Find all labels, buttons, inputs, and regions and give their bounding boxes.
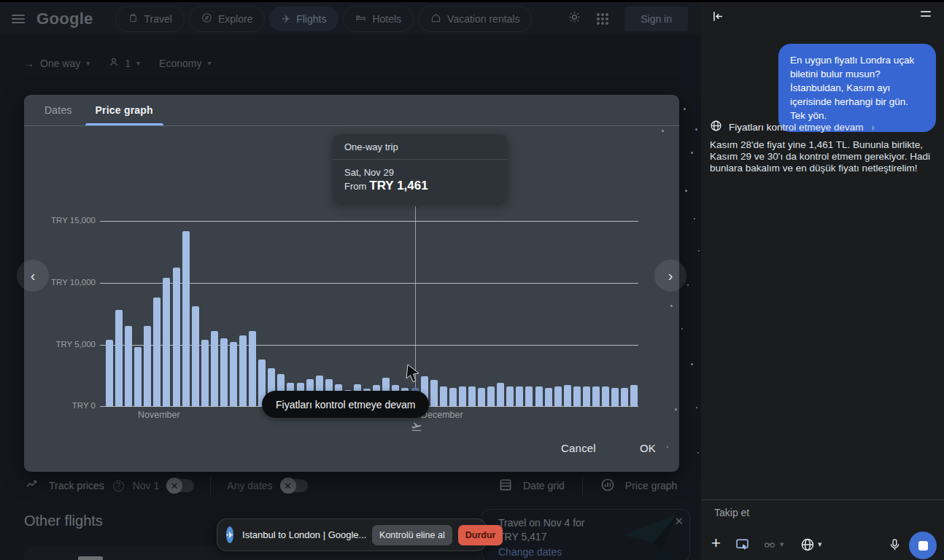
price-bar[interactable] [583,386,590,406]
glasses-icon[interactable] [762,537,777,553]
price-bar[interactable] [535,386,543,406]
tab-dates[interactable]: Dates [33,95,84,125]
collapse-panel-icon[interactable] [711,9,725,26]
month-label-november: November [138,410,180,420]
dialog-tabs: Dates Price graph [24,95,679,126]
price-bar[interactable] [173,268,180,406]
divider [701,499,944,500]
price-bar[interactable] [115,310,123,406]
price-bar[interactable] [153,298,160,406]
sparkle-dot [694,218,695,219]
tooltip-date: Sat, Nov 29 [344,166,496,179]
price-bar[interactable] [554,386,562,406]
price-bar[interactable] [621,388,628,406]
tooltip-price-line: FromTRY 1,461 [344,179,496,193]
price-bar[interactable] [230,342,237,406]
price-bar[interactable] [630,385,638,406]
composer-toolbar: + ▾ ▾ [701,532,944,560]
price-bar[interactable] [506,386,514,406]
sparkle-dot [691,363,693,365]
mouse-cursor-icon [405,364,422,386]
agent-action-pill: Fiyatları kontrol etmeye devam [262,391,429,418]
sparkle-dot [695,128,697,131]
price-bar[interactable] [192,306,199,406]
tooltip-price: TRY 1,461 [369,179,427,192]
price-bar[interactable] [163,278,170,406]
price-bar[interactable] [478,388,485,406]
price-bar[interactable] [516,386,523,406]
sparkle-dot [681,328,683,330]
price-bar[interactable] [564,385,571,406]
price-tooltip: One-way trip Sat, Nov 29 FromTRY 1,461 [333,134,508,203]
price-bars [106,221,638,406]
price-bar[interactable] [249,331,256,406]
price-bar[interactable] [545,388,552,406]
tab-price-graph[interactable]: Price graph [84,95,165,125]
automation-notification: ✈ Istanbul to London | Google... Kontrol… [217,518,487,551]
price-bar[interactable] [611,388,619,406]
sparkle-dot [662,130,664,132]
add-icon[interactable]: + [711,534,721,553]
price-bar[interactable] [525,386,533,406]
price-bar[interactable] [239,335,247,406]
agent-action-label: Fiyatları kontrol etmeye devam [729,122,864,133]
computer-use-icon[interactable] [735,537,750,555]
tooltip-trip-type: One-way trip [333,134,508,160]
flights-page: Google Travel Explore ✈ Flights Hotels [0,2,701,560]
microphone-icon[interactable] [888,537,902,555]
assistant-panel: En uygun fiyatlı Londra uçak biletini bu… [701,2,944,560]
y-axis-tick: TRY 5,000 [24,340,96,349]
price-bar[interactable] [134,347,142,406]
flight-takeoff-icon [411,421,422,435]
agent-action-row[interactable]: Fiyatları kontrol etmeye devam › [710,120,875,134]
price-graph-dialog: Dates Price graph TRY 15,000 TRY 10,000 … [24,95,679,472]
month-label-december: December [421,410,463,420]
followup-input[interactable] [714,507,918,518]
user-message-bubble: En uygun fiyatlı Londra uçak biletini bu… [778,44,936,132]
price-bar[interactable] [573,386,581,406]
y-axis-tick: TRY 15,000 [24,216,96,225]
price-bar[interactable] [459,386,466,406]
price-bar[interactable] [497,383,504,406]
notification-title: Istanbul to London | Google... [242,529,366,540]
sparkle-dot [675,408,677,411]
price-bar[interactable] [592,386,600,406]
price-bar[interactable] [144,326,151,406]
globe-icon [710,120,722,134]
chart-next-button[interactable]: › [654,260,686,292]
take-control-button[interactable]: Kontrolü eline al [372,525,452,545]
sparkle-dot [698,250,700,252]
price-bar[interactable] [602,386,609,406]
price-bar[interactable] [449,388,457,406]
sparkle-dot [691,152,693,154]
price-bar[interactable] [125,326,132,406]
price-bar[interactable] [201,340,209,406]
price-bar[interactable] [220,338,228,406]
price-bar[interactable] [468,386,476,406]
price-bar[interactable] [182,231,190,406]
stop-generating-button[interactable] [909,532,937,559]
price-bar[interactable] [487,386,495,406]
cancel-button[interactable]: Cancel [555,438,602,459]
chevron-down-icon[interactable]: ▾ [818,540,822,549]
sparkle-dot [696,407,697,408]
panel-menu-icon[interactable] [921,11,931,17]
chevron-down-icon[interactable]: ▾ [780,540,784,549]
stop-square-icon [918,541,928,551]
price-bar[interactable] [430,380,438,406]
screen: Google Travel Explore ✈ Flights Hotels [0,0,944,560]
price-bar[interactable] [106,340,113,406]
price-bar[interactable] [211,331,218,406]
google-flights-favicon: ✈ [226,526,233,543]
price-bar[interactable] [440,386,447,406]
language-globe-icon[interactable] [800,537,815,555]
sparkle-dot [667,446,668,448]
sparkle-dot [687,284,689,286]
y-axis-tick: TRY 0 [24,401,96,410]
chart-prev-button[interactable]: ‹ [17,260,49,292]
sparkle-dot [670,305,673,307]
sparkle-dot [685,190,687,192]
ok-button[interactable]: OK [634,438,662,459]
chevron-right-icon: › [872,122,875,133]
stop-button[interactable]: Durdur [458,525,503,545]
